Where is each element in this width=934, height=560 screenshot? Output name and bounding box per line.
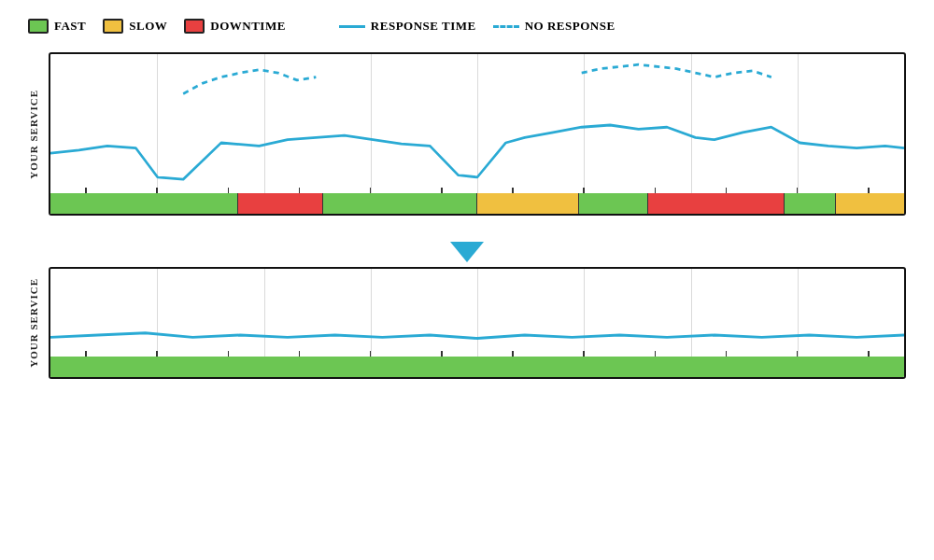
fast-label: FAST	[54, 19, 86, 34]
charts-area: YOUR SERVICE	[28, 52, 906, 551]
chart1-label: YOUR SERVICE	[28, 90, 45, 179]
chart2-status-bar	[50, 357, 904, 377]
no-response-label: NO RESPONSE	[525, 19, 616, 34]
chart2-wrapper: YOUR SERVICE	[28, 267, 906, 379]
slow-swatch	[103, 19, 123, 34]
status-down-1	[238, 193, 324, 214]
no-response-line-icon	[493, 25, 519, 28]
legend-separator	[312, 17, 313, 35]
arrow-head	[450, 242, 484, 262]
downtime-swatch	[184, 19, 205, 34]
status-slow-2	[836, 193, 904, 214]
legend-response-time: RESPONSE TIME	[339, 19, 476, 34]
chart1-ticks	[50, 186, 904, 193]
status-slow-1	[477, 193, 580, 214]
legend-fast: FAST	[28, 19, 86, 34]
chart1-status-bar	[50, 193, 904, 214]
chart1-box	[49, 52, 906, 216]
status-fast-4	[785, 193, 836, 214]
legend-slow: SLOW	[103, 19, 167, 34]
status-fast-3	[579, 193, 648, 214]
status-fast-2	[323, 193, 476, 214]
legend-downtime: DOWNTIME	[184, 19, 286, 34]
arrow-container	[28, 216, 906, 267]
legend-no-response: NO RESPONSE	[493, 19, 616, 34]
page-container: FAST SLOW DOWNTIME RESPONSE TIME NO RESP…	[0, 0, 934, 560]
chart2-ticks	[50, 349, 904, 357]
response-time-label: RESPONSE TIME	[371, 19, 476, 34]
response-time-line-icon	[339, 25, 365, 28]
slow-label: SLOW	[129, 19, 167, 34]
status-down-2	[648, 193, 785, 214]
status-fast-1	[50, 193, 238, 214]
chart1-wrapper: YOUR SERVICE	[28, 52, 906, 216]
chart2-box	[49, 267, 906, 379]
status-all-fast	[50, 357, 904, 377]
fast-swatch	[28, 19, 49, 34]
chart2-label: YOUR SERVICE	[28, 278, 45, 368]
downtime-label: DOWNTIME	[210, 19, 286, 34]
legend: FAST SLOW DOWNTIME RESPONSE TIME NO RESP…	[28, 17, 906, 35]
